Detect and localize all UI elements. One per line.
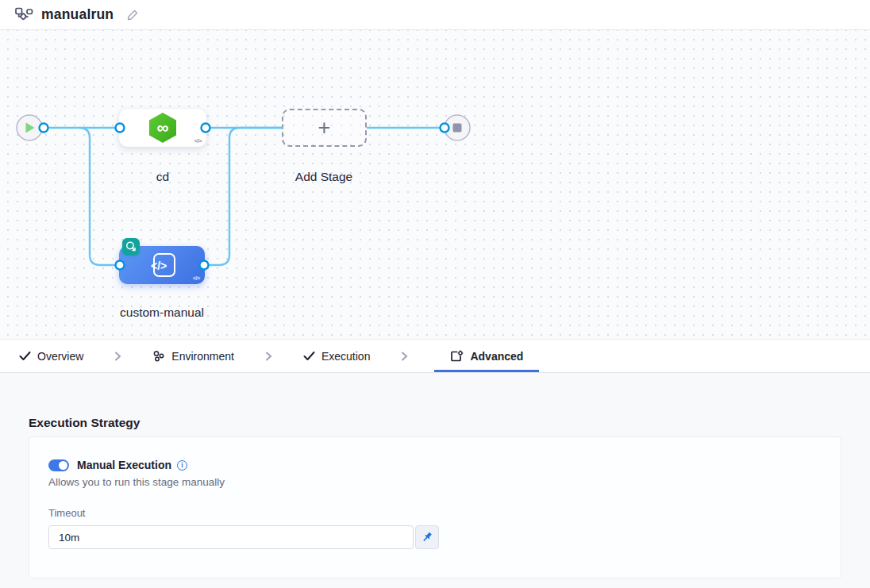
- stage-node-cd[interactable]: ∞ </>: [119, 109, 206, 147]
- toggle-knob: [59, 461, 67, 470]
- tab-advanced[interactable]: Advanced: [434, 340, 539, 372]
- add-stage-button[interactable]: +: [282, 109, 367, 147]
- manual-execution-toggle[interactable]: [48, 459, 69, 471]
- tab-separator-chevron-icon: [264, 340, 273, 372]
- stage-config-tabs: Overview Environment Execution: [0, 340, 870, 373]
- advanced-panel: Execution Strategy Manual Execution i Al…: [0, 373, 870, 588]
- pipeline-title: manualrun: [41, 6, 114, 23]
- check-icon: [19, 351, 31, 361]
- pipeline-icon: [14, 6, 33, 24]
- page-header: manualrun: [0, 0, 870, 30]
- pipeline-edges: [0, 30, 870, 340]
- custom-stage-icon: </>: [146, 252, 178, 278]
- edit-pencil-icon[interactable]: [126, 9, 139, 21]
- tab-environment[interactable]: Environment: [148, 340, 239, 372]
- manual-execution-description: Allows you to run this stage manually: [48, 476, 822, 488]
- end-node: [445, 115, 470, 140]
- timeout-label: Timeout: [48, 507, 822, 519]
- check-icon: [303, 351, 315, 361]
- start-node: [17, 115, 42, 140]
- environment-icon: [152, 350, 165, 363]
- execution-strategy-card: Manual Execution i Allows you to run thi…: [29, 436, 841, 578]
- stage-label-cd: cd: [119, 170, 206, 184]
- fixed-value-pin-button[interactable]: [415, 525, 439, 549]
- svg-text:∞: ∞: [157, 118, 169, 136]
- yaml-code-icon[interactable]: </>: [193, 275, 200, 282]
- cd-stage-icon: ∞: [149, 113, 176, 143]
- tab-separator-chevron-icon: [114, 340, 122, 372]
- stage-label-custom-manual: custom-manual: [98, 306, 225, 320]
- advanced-settings-icon: [450, 350, 464, 363]
- yaml-code-icon[interactable]: </>: [194, 137, 202, 144]
- pipeline-canvas[interactable]: ∞ </> + </> </> cd Add Stage custom-manu…: [0, 30, 870, 340]
- connector-ports: [40, 124, 449, 270]
- timeout-input[interactable]: [48, 525, 414, 549]
- plus-icon: +: [318, 117, 331, 139]
- stage-label-add-stage: Add Stage: [276, 170, 371, 184]
- section-title-execution-strategy: Execution Strategy: [29, 416, 841, 430]
- manual-execution-label: Manual Execution: [77, 459, 171, 471]
- info-icon[interactable]: i: [177, 460, 187, 471]
- manual-stage-badge: [122, 238, 140, 256]
- pin-icon: [421, 531, 433, 544]
- stage-node-custom-manual[interactable]: </> </>: [119, 246, 205, 284]
- tab-execution[interactable]: Execution: [298, 340, 375, 372]
- svg-text:</>: </>: [151, 259, 167, 272]
- tab-separator-chevron-icon: [400, 340, 409, 372]
- tab-overview[interactable]: Overview: [14, 340, 88, 372]
- click-circle-icon: [125, 240, 137, 253]
